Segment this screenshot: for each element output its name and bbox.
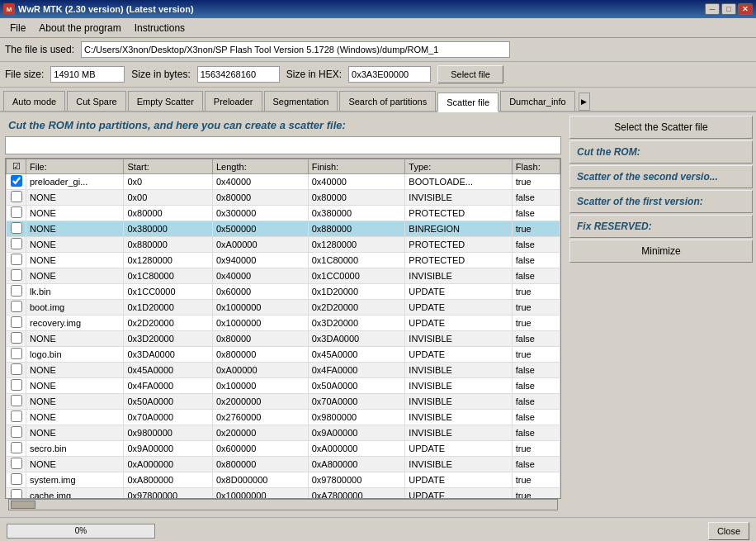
close-window-button[interactable]: ✕ [738, 3, 753, 15]
row-length: 0xA00000 [212, 237, 308, 253]
row-checkbox[interactable] [11, 285, 22, 297]
row-checkbox[interactable] [11, 269, 22, 281]
file-size-input[interactable] [50, 66, 125, 83]
menu-about[interactable]: About the program [32, 21, 127, 36]
row-checkbox[interactable] [11, 363, 22, 375]
row-checkbox[interactable] [11, 379, 22, 391]
row-start: 0xA000000 [124, 457, 213, 472]
col-start: Start: [124, 159, 213, 174]
row-flash: true [512, 316, 560, 331]
file-used-label: The file is used: [5, 44, 74, 55]
row-type: INVISIBLE [405, 410, 512, 425]
row-start: 0x880000 [124, 237, 213, 253]
tab-auto-mode[interactable]: Auto mode [3, 91, 65, 111]
table-row: system.img0xA8000000x8D0000000x97800000U… [7, 472, 560, 488]
select-scatter-button[interactable]: Select the Scatter file [569, 116, 753, 139]
tab-scroll-arrow[interactable]: ▶ [579, 93, 590, 111]
row-checkbox[interactable] [11, 426, 22, 438]
size-in-hex-input[interactable] [348, 66, 431, 83]
size-in-hex-label: Size in HEX: [286, 69, 342, 80]
row-checkbox[interactable] [11, 395, 22, 406]
minimize-window-button[interactable]: ─ [705, 3, 720, 15]
row-start: 0x1C80000 [124, 268, 213, 284]
close-button[interactable]: Close [708, 522, 749, 540]
row-checkbox-cell [7, 394, 26, 410]
tab-empty-scatter[interactable]: Empty Scatter [128, 91, 203, 111]
row-finish: 0x9A00000 [308, 425, 405, 441]
row-file: logo.bin [26, 347, 124, 363]
tab-scatter-file[interactable]: Scatter file [437, 93, 498, 112]
row-length: 0x2760000 [212, 410, 308, 425]
row-start: 0x3DA0000 [124, 347, 213, 363]
file-info-bar: The file is used: [0, 38, 756, 62]
row-start: 0x1CC0000 [124, 284, 213, 300]
row-checkbox[interactable] [11, 206, 22, 218]
minimize-button[interactable]: Minimize [569, 240, 753, 263]
row-checkbox-cell [7, 347, 26, 363]
row-flash: false [512, 394, 560, 410]
row-length: 0x40000 [212, 174, 308, 190]
row-flash: true [512, 221, 560, 237]
row-file: system.img [26, 472, 124, 488]
tab-segmentation[interactable]: Segmentation [264, 91, 338, 111]
row-flash: false [512, 425, 560, 441]
row-flash: false [512, 457, 560, 472]
row-finish: 0x45A0000 [308, 347, 405, 363]
row-checkbox[interactable] [11, 489, 22, 499]
row-checkbox[interactable] [11, 238, 22, 249]
horizontal-scrollbar[interactable] [8, 499, 558, 510]
row-type: UPDATE [405, 472, 512, 488]
filter-input[interactable] [5, 136, 561, 154]
scrollbar-thumb[interactable] [11, 501, 35, 509]
file-path-input[interactable] [81, 41, 510, 58]
row-file: NONE [26, 457, 124, 472]
row-checkbox[interactable] [11, 316, 22, 328]
row-checkbox-cell [7, 300, 26, 316]
row-flash: true [512, 472, 560, 488]
col-checkbox: ☑ [7, 159, 26, 174]
row-checkbox[interactable] [11, 332, 22, 344]
scatter-second-version-button[interactable]: Scatter of the second versio... [569, 165, 753, 188]
tab-search-partitions[interactable]: Search of partitions [339, 91, 436, 111]
maximize-window-button[interactable]: □ [721, 3, 736, 15]
menu-instructions[interactable]: Instructions [128, 21, 191, 36]
cut-rom-button[interactable]: Cut the ROM: [569, 140, 753, 164]
scatter-first-version-button[interactable]: Scatter of the first version: [569, 190, 753, 213]
tab-dumchar-info[interactable]: Dumchar_info [500, 91, 574, 111]
row-checkbox[interactable] [11, 410, 22, 422]
row-type: PROTECTED [405, 253, 512, 268]
tab-preloader[interactable]: Preloader [205, 91, 262, 111]
select-file-button[interactable]: Select file [437, 65, 503, 83]
row-checkbox[interactable] [11, 348, 22, 359]
row-checkbox[interactable] [11, 175, 22, 187]
row-checkbox[interactable] [11, 301, 22, 312]
row-start: 0x97800000 [124, 488, 213, 500]
row-checkbox[interactable] [11, 254, 22, 265]
row-file: NONE [26, 190, 124, 206]
tab-cut-spare[interactable]: Cut Spare [67, 91, 126, 111]
row-checkbox-cell [7, 221, 26, 237]
row-length: 0xA00000 [212, 363, 308, 378]
menu-file[interactable]: File [3, 21, 32, 36]
row-checkbox-cell [7, 331, 26, 347]
row-checkbox[interactable] [11, 473, 22, 485]
col-length: Length: [212, 159, 308, 174]
row-start: 0x1D20000 [124, 300, 213, 316]
fix-reserved-button[interactable]: Fix RESERVED: [569, 215, 753, 238]
row-file: NONE [26, 425, 124, 441]
row-checkbox-cell [7, 268, 26, 284]
row-finish: 0x9800000 [308, 410, 405, 425]
row-checkbox[interactable] [11, 458, 22, 469]
row-file: NONE [26, 268, 124, 284]
row-checkbox[interactable] [11, 191, 22, 202]
col-flash: Flash: [512, 159, 560, 174]
row-flash: false [512, 378, 560, 394]
row-start: 0x1280000 [124, 253, 213, 268]
row-start: 0x0 [124, 174, 213, 190]
window-controls: ─ □ ✕ [705, 3, 753, 15]
size-in-bytes-input[interactable] [197, 66, 280, 83]
row-flash: false [512, 206, 560, 221]
row-checkbox[interactable] [11, 222, 22, 234]
row-checkbox-cell [7, 410, 26, 425]
row-checkbox[interactable] [11, 442, 22, 453]
